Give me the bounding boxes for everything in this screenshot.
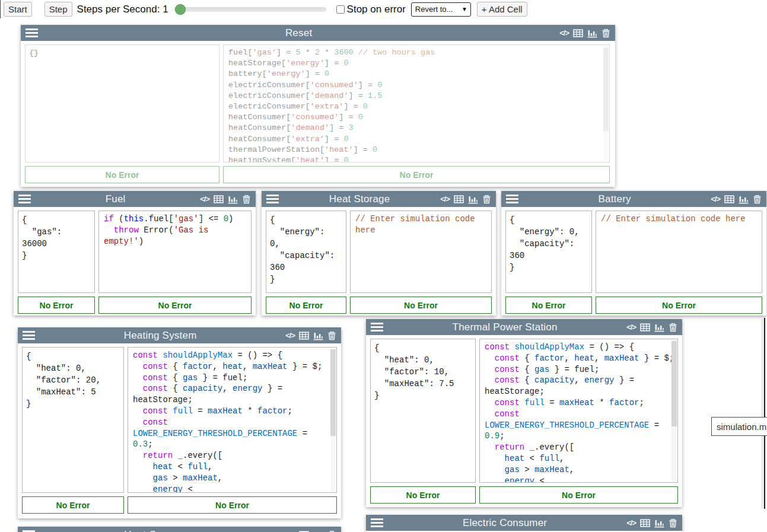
steps-per-second-slider[interactable] [174,4,326,15]
cell-title: Fuel [31,193,200,205]
chart-view-icon[interactable] [654,518,664,528]
state-status-badge: No Error [505,297,592,314]
trash-icon[interactable] [327,331,336,340]
state-editor[interactable]: { "heat": 0, "factor": 10, "maxHeat": 7.… [370,339,476,483]
chart-view-icon[interactable] [587,28,597,38]
revert-to-select[interactable]: Revert to... ▼ [411,2,471,17]
drag-handle-icon[interactable] [371,323,383,332]
cell-toolbar-icons: </> [200,195,251,204]
table-view-icon[interactable] [573,28,583,38]
chart-view-icon[interactable] [654,323,664,332]
chevron-down-icon: ▼ [462,6,467,12]
chart-view-icon[interactable] [313,530,323,532]
code-status-badge: No Error [596,297,762,314]
drag-handle-icon[interactable] [23,331,35,340]
cell-title: Thermal Power Station [383,321,626,333]
code-view-icon[interactable]: </> [626,518,636,527]
code-view-icon[interactable]: </> [559,28,569,37]
code-editor[interactable]: const shouldApplyMax = () => { const { f… [479,339,678,483]
cell-thermal-power-station-header: Thermal Power Station </> [366,319,682,335]
state-editor[interactable]: { "gas": 36000 } [18,211,95,293]
trash-icon[interactable] [669,518,677,528]
code-editor[interactable]: if (this.fuel['gas'] <= 0) throw Error('… [98,211,252,293]
steps-per-second-label: Steps per Second: 1 [77,4,168,15]
state-editor[interactable]: { "energy": 0, "capacity": 360 } [266,211,346,293]
revert-to-value: Revert to... [415,5,453,14]
trash-icon[interactable] [242,195,251,204]
trash-icon[interactable] [669,323,677,332]
state-status-badge: No Error [18,297,95,314]
trash-icon[interactable] [482,195,491,204]
clipped-panel-border [764,318,765,509]
drag-handle-icon[interactable] [26,28,38,37]
code-view-icon[interactable]: </> [200,195,209,203]
trash-icon[interactable] [753,195,762,204]
table-view-icon[interactable] [640,518,650,528]
code-status-badge: No Error [128,496,337,514]
cell-heating-system: Heating System </> [18,327,341,518]
code-editor[interactable]: const shouldApplyMax = () => { const { f… [128,347,337,493]
scrollbar[interactable] [671,340,677,482]
add-cell-button[interactable]: + Add Cell [477,2,527,17]
filename-tooltip: simulation.m [711,417,767,436]
code-view-icon[interactable]: </> [285,331,295,340]
code-status-badge: No Error [350,297,492,314]
cell-reset-header: Reset </> [21,25,615,41]
drag-handle-icon[interactable] [266,195,279,203]
drag-handle-icon[interactable] [506,195,518,203]
scrollbar[interactable] [330,348,336,492]
cell-toolbar-icons: </> [559,28,610,38]
cell-fuel-header: Fuel </> [14,191,256,207]
cell-heat-consumer: Heat Consumer </> [18,527,341,532]
cell-heating-system-header: Heating System </> [18,327,341,343]
start-button[interactable]: Start [4,2,32,17]
table-view-icon[interactable] [214,195,224,204]
code-editor[interactable]: fuel['gas'] = 5 * 2 * 3600 // two hours … [223,44,610,163]
table-view-icon[interactable] [299,530,309,532]
scrollbar[interactable] [603,46,609,161]
code-view-icon[interactable]: </> [440,195,450,203]
trash-icon[interactable] [601,28,610,38]
cell-toolbar-icons: </> [285,331,336,340]
trash-icon[interactable] [327,530,336,532]
chart-view-icon[interactable] [228,195,238,204]
slider-thumb[interactable] [175,4,186,15]
code-editor[interactable]: // Enter simulation code here [596,211,762,293]
state-editor[interactable]: {} [25,44,219,163]
drag-handle-icon[interactable] [18,195,31,203]
code-status-badge: No Error [98,297,252,314]
cell-title: Battery [518,193,711,205]
drag-handle-icon[interactable] [371,518,383,527]
cell-battery: Battery </> { [501,191,766,316]
chart-view-icon[interactable] [313,331,323,340]
table-view-icon[interactable] [454,195,464,204]
slider-track[interactable] [174,7,326,12]
cell-toolbar-icons: </> [626,323,677,332]
cell-reset: Reset </> [21,25,615,187]
cell-toolbar-icons: </> [440,195,491,204]
cell-fuel: Fuel </> { " [14,191,256,316]
cell-title: Electric Consumer [383,517,626,529]
chart-view-icon[interactable] [468,195,478,204]
step-button[interactable]: Step [44,2,72,17]
table-view-icon[interactable] [640,323,650,332]
cell-battery-header: Battery </> [501,191,766,207]
cell-thermal-power-station: Thermal Power Station </> [366,319,682,507]
table-view-icon[interactable] [299,331,309,340]
code-view-icon[interactable]: </> [626,323,636,332]
simulation-app: Start Step Steps per Second: 1 Stop on e… [0,0,767,532]
cell-toolbar-icons: </> [711,195,762,204]
code-view-icon[interactable]: </> [711,195,720,203]
state-editor[interactable]: { "energy": 0, "capacity": 360 } [505,211,592,293]
state-editor[interactable]: { "heat": 0, "factor": 20, "maxHeat": 5 … [22,347,124,493]
table-view-icon[interactable] [724,195,734,204]
cell-title: Reset [38,27,559,39]
state-status-badge: No Error [25,166,219,183]
code-editor[interactable]: // Enter simulation codehere [350,211,492,293]
state-status-badge: No Error [370,486,476,504]
tooltip-text: simulation.m [717,422,766,432]
stop-on-error-checkbox[interactable] [336,5,345,14]
cell-electric-consumer: Electric Consumer </> [366,515,682,532]
code-status-badge: No Error [479,486,678,504]
chart-view-icon[interactable] [739,195,749,204]
